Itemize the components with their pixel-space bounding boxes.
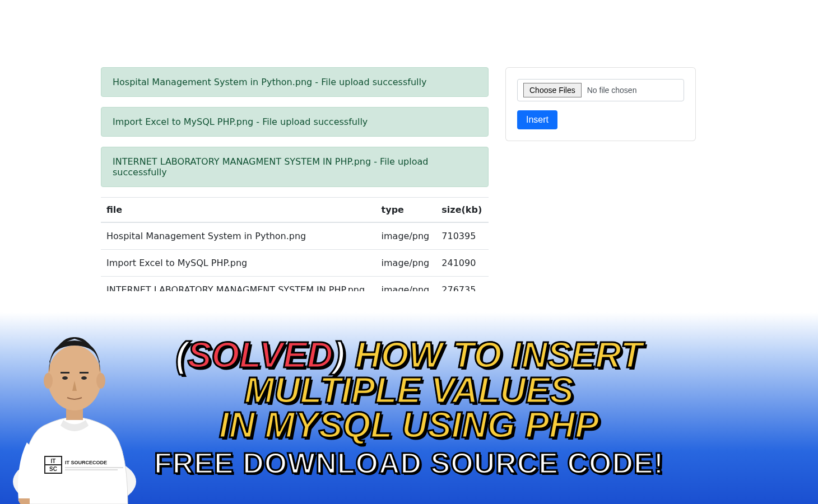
paren-close: ) [333, 335, 345, 375]
insert-button[interactable]: Insert [517, 110, 557, 129]
banner-line3: IN MYSQL USING PHP [219, 405, 599, 445]
banner-solved: SOLVED [188, 335, 333, 375]
right-column: Choose Files No file chosen Insert [505, 67, 696, 304]
cell-file: Import Excel to MySQL PHP.png [101, 250, 376, 277]
upload-alert: INTERNET LABORATORY MANAGMENT SYSTEM IN … [101, 147, 489, 187]
svg-point-4 [96, 373, 105, 389]
main-container: Hospital Management System in Python.png… [0, 0, 818, 304]
file-status-text: No file chosen [587, 86, 637, 95]
cell-size: 710395 [436, 222, 489, 250]
svg-rect-8 [80, 372, 89, 374]
cell-type: image/png [376, 222, 436, 250]
shirt-brand: IT SOURCECODE [65, 460, 107, 465]
cell-size: 241090 [436, 250, 489, 277]
files-table: file type size(kb) Hospital Management S… [101, 197, 489, 304]
banner-title: (SOLVED) HOW TO INSERT MULTIPLE VALUES I… [175, 338, 642, 443]
banner-subtitle: FREE DOWNLOAD SOURCE CODE! [154, 446, 664, 480]
choose-files-button[interactable]: Choose Files [523, 83, 582, 97]
cell-file: Hospital Management System in Python.png [101, 222, 376, 250]
presenter-image: IT SC IT SOURCECODE [4, 297, 145, 504]
table-row: Hospital Management System in Python.png… [101, 222, 489, 250]
table-row: Import Excel to MySQL PHP.png image/png … [101, 250, 489, 277]
svg-point-5 [62, 376, 68, 380]
upload-alert: Import Excel to MySQL PHP.png - File upl… [101, 107, 489, 137]
col-type: type [376, 198, 436, 223]
svg-rect-7 [61, 372, 69, 374]
svg-point-3 [44, 373, 53, 389]
banner-line2: MULTIPLE VALUES [244, 370, 574, 410]
col-file: file [101, 198, 376, 223]
cell-type: image/png [376, 250, 436, 277]
file-input[interactable]: Choose Files No file chosen [517, 79, 684, 101]
upload-card: Choose Files No file chosen Insert [505, 67, 696, 141]
svg-point-6 [81, 376, 87, 380]
logo-sc: SC [49, 466, 57, 472]
upload-alert: Hospital Management System in Python.png… [101, 67, 489, 97]
left-column: Hospital Management System in Python.png… [101, 67, 489, 304]
col-size: size(kb) [436, 198, 489, 223]
banner-line1-rest: HOW TO INSERT [345, 335, 643, 375]
svg-point-2 [48, 346, 101, 410]
logo-it: IT [51, 458, 56, 464]
paren-open: ( [175, 335, 187, 375]
